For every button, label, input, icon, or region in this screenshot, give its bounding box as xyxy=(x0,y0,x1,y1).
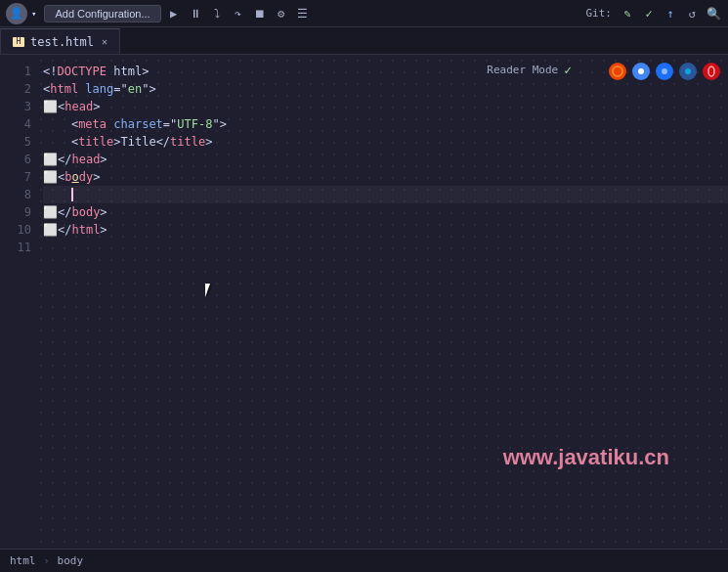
text-cursor xyxy=(71,188,73,201)
watermark: www.javatiku.cn xyxy=(503,445,669,470)
reader-mode-check-icon: ✓ xyxy=(564,63,572,77)
toolbar: 👤 ▾ Add Configuration... ▶ ⏸ ⤵ ↷ ⏹ ⚙ ☰ G… xyxy=(0,0,728,27)
svg-point-8 xyxy=(706,66,717,77)
settings-icon[interactable]: ⚙ xyxy=(273,5,290,22)
git-push-icon[interactable]: ↑ xyxy=(662,5,679,22)
safari-icon[interactable] xyxy=(656,63,673,80)
line-num-7: 7 xyxy=(0,168,39,186)
code-line-9: ⬜</body> xyxy=(43,203,728,221)
git-check-icon[interactable]: ✓ xyxy=(640,5,658,22)
line-num-9: 9 xyxy=(0,203,39,221)
line-num-2: 2 xyxy=(0,80,39,98)
line-num-8: 8 xyxy=(0,186,39,203)
opera-icon[interactable] xyxy=(703,63,720,80)
svg-point-7 xyxy=(685,68,691,74)
user-avatar[interactable]: 👤 xyxy=(6,3,27,24)
git-edit-icon[interactable]: ✎ xyxy=(619,5,636,22)
run-icon[interactable]: ▶ xyxy=(165,5,183,22)
code-line-6: ⬜</head> xyxy=(43,151,728,168)
breadcrumb-arrow: › xyxy=(44,555,50,566)
line-num-11: 11 xyxy=(0,239,39,256)
search-icon[interactable]: 🔍 xyxy=(705,5,722,22)
git-refresh-icon[interactable]: ↺ xyxy=(683,5,701,22)
code-line-7: ⬜<body> xyxy=(43,168,728,186)
chrome-icon[interactable] xyxy=(632,63,650,80)
tab-label: test.html xyxy=(30,35,94,49)
code-content[interactable]: <!DOCTYPE html> <html lang="en"> ⬜<head>… xyxy=(39,55,728,549)
code-line-8 xyxy=(43,186,728,203)
breadcrumb-html: html xyxy=(10,554,36,567)
tabbar: H test.html ✕ xyxy=(0,27,728,55)
avatar-dropdown-icon[interactable]: ▾ xyxy=(31,9,36,19)
svg-point-5 xyxy=(662,68,667,74)
tab-file-icon: H xyxy=(13,37,24,47)
svg-point-3 xyxy=(638,68,644,74)
line-num-3: 3 xyxy=(0,98,39,115)
breadcrumb-body: body xyxy=(58,554,84,567)
code-line-4: <meta charset="UTF-8"> xyxy=(43,115,728,133)
step-in-icon[interactable]: ↷ xyxy=(230,5,247,22)
browser-icons-area xyxy=(609,63,720,80)
git-label: Git: xyxy=(586,7,613,20)
edge-icon[interactable] xyxy=(679,63,697,80)
line-num-10: 10 xyxy=(0,221,39,239)
line-num-1: 1 xyxy=(0,63,39,80)
svg-point-1 xyxy=(614,67,621,75)
line-num-5: 5 xyxy=(0,133,39,151)
pause-icon[interactable]: ⏸ xyxy=(187,5,204,22)
add-configuration-button[interactable]: Add Configuration... xyxy=(44,5,160,22)
code-line-10: ⬜</html> xyxy=(43,221,728,239)
editor-area[interactable]: Reader Mode ✓ 1 2 3 4 5 6 7 8 xyxy=(0,55,728,549)
code-line-11 xyxy=(43,239,728,256)
statusbar: html › body xyxy=(0,549,728,572)
line-numbers: 1 2 3 4 5 6 7 8 9 10 11 xyxy=(0,55,39,549)
stop-icon[interactable]: ⏹ xyxy=(251,5,269,22)
code-line-5: <title>Title</title> xyxy=(43,133,728,151)
code-line-3: ⬜<head> xyxy=(43,98,728,115)
code-line-2: <html lang="en"> xyxy=(43,80,728,98)
step-over-icon[interactable]: ⤵ xyxy=(208,5,226,22)
firefox-icon[interactable] xyxy=(609,63,626,80)
line-num-4: 4 xyxy=(0,115,39,133)
reader-mode-label: Reader Mode xyxy=(487,64,558,76)
tab-test-html[interactable]: H test.html ✕ xyxy=(0,28,120,54)
tab-close-button[interactable]: ✕ xyxy=(102,36,107,47)
menu-icon[interactable]: ☰ xyxy=(294,5,312,22)
reader-mode-area: Reader Mode ✓ xyxy=(487,63,572,77)
line-num-6: 6 xyxy=(0,151,39,168)
